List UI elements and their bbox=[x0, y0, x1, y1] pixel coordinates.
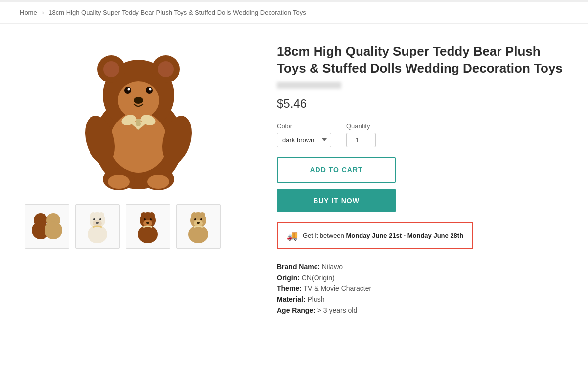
detail-material: Material: Plush bbox=[277, 295, 568, 303]
thumbnail-1[interactable] bbox=[25, 204, 69, 249]
main-product-image bbox=[49, 39, 227, 197]
quantity-option-group: Quantity bbox=[346, 122, 376, 147]
delivery-dates: Monday June 21st - Monday June 28th bbox=[346, 232, 463, 239]
detail-brand: Brand Name: Nilawo bbox=[277, 263, 568, 271]
svg-point-22 bbox=[136, 119, 141, 123]
material-value-text: Plush bbox=[307, 295, 324, 303]
svg-point-28 bbox=[45, 221, 62, 239]
svg-point-8 bbox=[146, 87, 153, 94]
svg-point-37 bbox=[99, 218, 101, 220]
svg-point-5 bbox=[158, 61, 174, 77]
svg-point-34 bbox=[98, 212, 104, 218]
svg-point-49 bbox=[191, 212, 197, 218]
theme-value-text: TV & Movie Character bbox=[303, 285, 371, 292]
product-container: 18cm High Quality Super Teddy Bear Plush… bbox=[0, 24, 588, 332]
svg-point-44 bbox=[144, 218, 146, 220]
breadcrumb-separator: › bbox=[42, 9, 44, 16]
brand-value-text: Nilawo bbox=[322, 263, 343, 271]
thumbnail-list bbox=[20, 204, 257, 249]
add-to-cart-button[interactable]: ADD TO CART bbox=[277, 157, 396, 183]
product-details: Brand Name: Nilawo Origin: CN(Origin) Th… bbox=[277, 263, 568, 314]
svg-point-38 bbox=[96, 222, 99, 224]
delivery-info-box: 🚚 Get it between Monday June 21st - Mond… bbox=[277, 222, 473, 249]
product-info: 18cm High Quality Super Teddy Bear Plush… bbox=[277, 39, 568, 317]
buy-now-button[interactable]: BUY IT NOW bbox=[277, 189, 396, 212]
age-value-text: > 3 years old bbox=[317, 306, 358, 314]
svg-point-7 bbox=[124, 87, 131, 94]
age-label: Age Range: bbox=[277, 306, 316, 314]
options-row: Color dark brown white light brown Quant… bbox=[277, 122, 568, 147]
svg-point-30 bbox=[53, 214, 58, 219]
breadcrumb-current: 18cm High Quality Super Teddy Bear Plush… bbox=[48, 9, 306, 16]
svg-point-32 bbox=[88, 225, 107, 243]
svg-point-40 bbox=[138, 225, 158, 243]
material-label: Material: bbox=[277, 295, 306, 303]
breadcrumb: Home › 18cm High Quality Super Teddy Bea… bbox=[0, 2, 588, 24]
origin-value-text: CN(Origin) bbox=[302, 274, 335, 282]
svg-point-3 bbox=[103, 61, 119, 77]
product-title: 18cm High Quality Super Teddy Bear Plush… bbox=[277, 43, 568, 77]
svg-point-45 bbox=[150, 218, 152, 220]
svg-point-17 bbox=[108, 175, 130, 189]
svg-point-41 bbox=[141, 212, 147, 218]
product-price: $5.46 bbox=[277, 97, 568, 111]
product-images bbox=[20, 39, 257, 317]
svg-point-18 bbox=[147, 175, 169, 189]
origin-label: Origin: bbox=[277, 274, 300, 282]
svg-point-36 bbox=[93, 218, 95, 220]
svg-point-50 bbox=[199, 212, 205, 218]
color-label: Color bbox=[277, 122, 331, 130]
thumbnail-2[interactable] bbox=[75, 204, 120, 249]
detail-age: Age Range: > 3 years old bbox=[277, 306, 568, 314]
quantity-label: Quantity bbox=[346, 122, 376, 130]
detail-origin: Origin: CN(Origin) bbox=[277, 274, 568, 282]
svg-point-54 bbox=[197, 222, 200, 224]
svg-point-53 bbox=[200, 218, 202, 220]
breadcrumb-home[interactable]: Home bbox=[20, 9, 37, 16]
product-subtitle-blurred bbox=[277, 82, 341, 89]
theme-label: Theme: bbox=[277, 285, 302, 292]
svg-point-52 bbox=[194, 218, 196, 220]
brand-label: Brand Name: bbox=[277, 263, 320, 271]
thumbnail-4[interactable] bbox=[176, 204, 221, 249]
color-select[interactable]: dark brown white light brown bbox=[277, 133, 331, 147]
delivery-text: Get it between Monday June 21st - Monday… bbox=[303, 232, 463, 239]
quantity-input[interactable] bbox=[346, 133, 376, 147]
svg-point-33 bbox=[90, 212, 96, 218]
svg-point-9 bbox=[128, 88, 130, 91]
svg-point-26 bbox=[40, 214, 45, 219]
svg-point-11 bbox=[134, 97, 143, 104]
delivery-prefix: Get it between bbox=[303, 232, 346, 239]
svg-point-42 bbox=[149, 212, 155, 218]
thumbnail-3[interactable] bbox=[126, 204, 170, 249]
svg-point-46 bbox=[146, 222, 149, 224]
color-option-group: Color dark brown white light brown bbox=[277, 122, 331, 147]
detail-theme: Theme: TV & Movie Character bbox=[277, 285, 568, 292]
truck-icon: 🚚 bbox=[287, 230, 298, 241]
svg-point-10 bbox=[149, 88, 152, 91]
svg-point-48 bbox=[188, 225, 208, 243]
